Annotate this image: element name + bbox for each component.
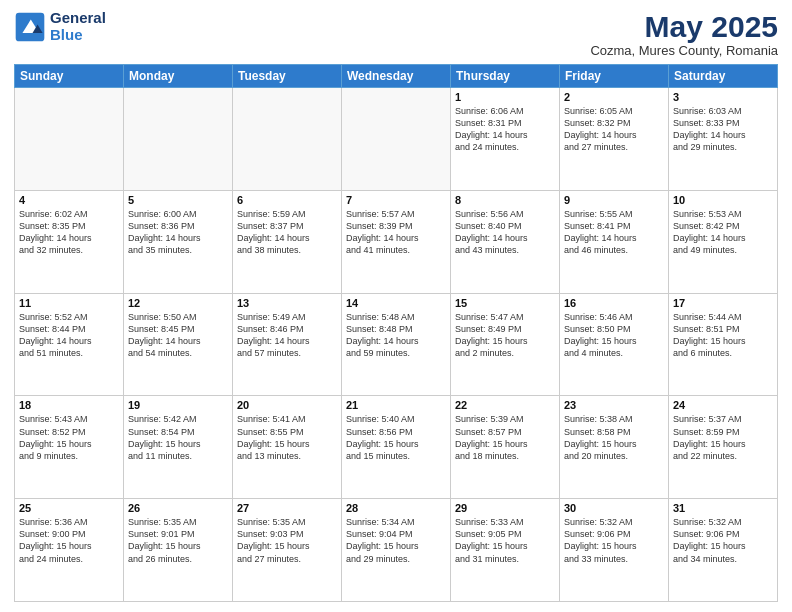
calendar-subtitle: Cozma, Mures County, Romania	[590, 43, 778, 58]
day-info: Sunrise: 5:59 AM Sunset: 8:37 PM Dayligh…	[237, 208, 337, 257]
day-number: 11	[19, 297, 119, 309]
day-number: 5	[128, 194, 228, 206]
day-info: Sunrise: 5:46 AM Sunset: 8:50 PM Dayligh…	[564, 311, 664, 360]
day-number: 12	[128, 297, 228, 309]
logo-text: General Blue	[50, 10, 106, 43]
calendar-cell: 21Sunrise: 5:40 AM Sunset: 8:56 PM Dayli…	[342, 396, 451, 499]
day-number: 31	[673, 502, 773, 514]
day-number: 10	[673, 194, 773, 206]
calendar-cell	[233, 88, 342, 191]
calendar-cell: 28Sunrise: 5:34 AM Sunset: 9:04 PM Dayli…	[342, 499, 451, 602]
day-number: 17	[673, 297, 773, 309]
calendar-title: May 2025	[590, 10, 778, 43]
day-info: Sunrise: 5:53 AM Sunset: 8:42 PM Dayligh…	[673, 208, 773, 257]
day-info: Sunrise: 5:50 AM Sunset: 8:45 PM Dayligh…	[128, 311, 228, 360]
day-number: 15	[455, 297, 555, 309]
calendar-cell: 27Sunrise: 5:35 AM Sunset: 9:03 PM Dayli…	[233, 499, 342, 602]
calendar-cell: 23Sunrise: 5:38 AM Sunset: 8:58 PM Dayli…	[560, 396, 669, 499]
weekday-header-tuesday: Tuesday	[233, 65, 342, 88]
calendar-cell: 10Sunrise: 5:53 AM Sunset: 8:42 PM Dayli…	[669, 190, 778, 293]
day-info: Sunrise: 5:41 AM Sunset: 8:55 PM Dayligh…	[237, 413, 337, 462]
title-block: May 2025 Cozma, Mures County, Romania	[590, 10, 778, 58]
weekday-header-wednesday: Wednesday	[342, 65, 451, 88]
day-number: 3	[673, 91, 773, 103]
day-info: Sunrise: 5:35 AM Sunset: 9:01 PM Dayligh…	[128, 516, 228, 565]
calendar-cell: 20Sunrise: 5:41 AM Sunset: 8:55 PM Dayli…	[233, 396, 342, 499]
day-info: Sunrise: 5:32 AM Sunset: 9:06 PM Dayligh…	[673, 516, 773, 565]
day-number: 2	[564, 91, 664, 103]
day-info: Sunrise: 6:06 AM Sunset: 8:31 PM Dayligh…	[455, 105, 555, 154]
week-row-4: 18Sunrise: 5:43 AM Sunset: 8:52 PM Dayli…	[15, 396, 778, 499]
calendar-cell: 19Sunrise: 5:42 AM Sunset: 8:54 PM Dayli…	[124, 396, 233, 499]
day-number: 13	[237, 297, 337, 309]
calendar-table: SundayMondayTuesdayWednesdayThursdayFrid…	[14, 64, 778, 602]
logo-line2: Blue	[50, 27, 106, 44]
day-number: 6	[237, 194, 337, 206]
day-info: Sunrise: 5:47 AM Sunset: 8:49 PM Dayligh…	[455, 311, 555, 360]
calendar-cell: 1Sunrise: 6:06 AM Sunset: 8:31 PM Daylig…	[451, 88, 560, 191]
day-info: Sunrise: 5:57 AM Sunset: 8:39 PM Dayligh…	[346, 208, 446, 257]
day-info: Sunrise: 5:39 AM Sunset: 8:57 PM Dayligh…	[455, 413, 555, 462]
day-number: 20	[237, 399, 337, 411]
calendar-cell: 17Sunrise: 5:44 AM Sunset: 8:51 PM Dayli…	[669, 293, 778, 396]
day-info: Sunrise: 5:49 AM Sunset: 8:46 PM Dayligh…	[237, 311, 337, 360]
day-number: 7	[346, 194, 446, 206]
calendar-cell: 5Sunrise: 6:00 AM Sunset: 8:36 PM Daylig…	[124, 190, 233, 293]
week-row-2: 4Sunrise: 6:02 AM Sunset: 8:35 PM Daylig…	[15, 190, 778, 293]
calendar-cell: 18Sunrise: 5:43 AM Sunset: 8:52 PM Dayli…	[15, 396, 124, 499]
week-row-1: 1Sunrise: 6:06 AM Sunset: 8:31 PM Daylig…	[15, 88, 778, 191]
day-number: 14	[346, 297, 446, 309]
day-number: 22	[455, 399, 555, 411]
day-info: Sunrise: 5:33 AM Sunset: 9:05 PM Dayligh…	[455, 516, 555, 565]
calendar-cell	[15, 88, 124, 191]
day-number: 16	[564, 297, 664, 309]
calendar-cell: 12Sunrise: 5:50 AM Sunset: 8:45 PM Dayli…	[124, 293, 233, 396]
day-number: 19	[128, 399, 228, 411]
weekday-header-thursday: Thursday	[451, 65, 560, 88]
day-info: Sunrise: 5:32 AM Sunset: 9:06 PM Dayligh…	[564, 516, 664, 565]
day-number: 26	[128, 502, 228, 514]
calendar-cell: 7Sunrise: 5:57 AM Sunset: 8:39 PM Daylig…	[342, 190, 451, 293]
page-container: General Blue May 2025 Cozma, Mures Count…	[0, 0, 792, 612]
weekday-header-friday: Friday	[560, 65, 669, 88]
calendar-cell: 3Sunrise: 6:03 AM Sunset: 8:33 PM Daylig…	[669, 88, 778, 191]
day-number: 29	[455, 502, 555, 514]
calendar-cell: 29Sunrise: 5:33 AM Sunset: 9:05 PM Dayli…	[451, 499, 560, 602]
day-number: 30	[564, 502, 664, 514]
calendar-cell: 2Sunrise: 6:05 AM Sunset: 8:32 PM Daylig…	[560, 88, 669, 191]
calendar-cell: 6Sunrise: 5:59 AM Sunset: 8:37 PM Daylig…	[233, 190, 342, 293]
calendar-body: 1Sunrise: 6:06 AM Sunset: 8:31 PM Daylig…	[15, 88, 778, 602]
day-info: Sunrise: 5:43 AM Sunset: 8:52 PM Dayligh…	[19, 413, 119, 462]
week-row-3: 11Sunrise: 5:52 AM Sunset: 8:44 PM Dayli…	[15, 293, 778, 396]
calendar-cell: 16Sunrise: 5:46 AM Sunset: 8:50 PM Dayli…	[560, 293, 669, 396]
weekday-header-monday: Monday	[124, 65, 233, 88]
day-info: Sunrise: 5:37 AM Sunset: 8:59 PM Dayligh…	[673, 413, 773, 462]
day-info: Sunrise: 5:55 AM Sunset: 8:41 PM Dayligh…	[564, 208, 664, 257]
day-info: Sunrise: 6:05 AM Sunset: 8:32 PM Dayligh…	[564, 105, 664, 154]
day-info: Sunrise: 5:42 AM Sunset: 8:54 PM Dayligh…	[128, 413, 228, 462]
calendar-cell: 11Sunrise: 5:52 AM Sunset: 8:44 PM Dayli…	[15, 293, 124, 396]
header: General Blue May 2025 Cozma, Mures Count…	[14, 10, 778, 58]
calendar-cell: 31Sunrise: 5:32 AM Sunset: 9:06 PM Dayli…	[669, 499, 778, 602]
day-number: 27	[237, 502, 337, 514]
day-number: 25	[19, 502, 119, 514]
weekday-header-saturday: Saturday	[669, 65, 778, 88]
day-info: Sunrise: 5:35 AM Sunset: 9:03 PM Dayligh…	[237, 516, 337, 565]
weekday-header-sunday: Sunday	[15, 65, 124, 88]
calendar-cell: 25Sunrise: 5:36 AM Sunset: 9:00 PM Dayli…	[15, 499, 124, 602]
day-number: 9	[564, 194, 664, 206]
day-number: 18	[19, 399, 119, 411]
day-number: 21	[346, 399, 446, 411]
day-number: 8	[455, 194, 555, 206]
day-number: 24	[673, 399, 773, 411]
day-info: Sunrise: 5:36 AM Sunset: 9:00 PM Dayligh…	[19, 516, 119, 565]
day-number: 23	[564, 399, 664, 411]
logo-line1: General	[50, 10, 106, 27]
logo: General Blue	[14, 10, 106, 43]
calendar-cell: 9Sunrise: 5:55 AM Sunset: 8:41 PM Daylig…	[560, 190, 669, 293]
day-info: Sunrise: 5:40 AM Sunset: 8:56 PM Dayligh…	[346, 413, 446, 462]
calendar-cell: 8Sunrise: 5:56 AM Sunset: 8:40 PM Daylig…	[451, 190, 560, 293]
day-number: 1	[455, 91, 555, 103]
calendar-cell	[124, 88, 233, 191]
calendar-cell: 13Sunrise: 5:49 AM Sunset: 8:46 PM Dayli…	[233, 293, 342, 396]
